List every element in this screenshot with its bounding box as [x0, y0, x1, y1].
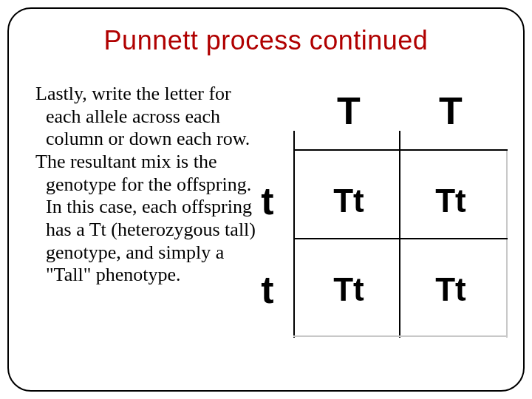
punnett-row-header-1: t [253, 179, 282, 223]
grid-vline [293, 131, 295, 338]
punnett-grid-lines [293, 149, 508, 338]
punnett-col-header-1: T [304, 89, 393, 133]
punnett-col-header-2: T [406, 89, 495, 133]
grid-hline [293, 149, 508, 151]
punnett-cell-1-2: Tt [406, 183, 495, 219]
punnett-cell-1-1: Tt [304, 183, 393, 219]
grid-hline [293, 335, 508, 337]
grid-vline [399, 131, 400, 338]
punnett-cell-2-2: Tt [406, 271, 495, 308]
grid-vline [506, 149, 508, 338]
body-paragraph-1: Lastly, write the letter for each allele… [28, 83, 265, 151]
body-text: Lastly, write the letter for each allele… [28, 83, 265, 287]
punnett-row-header-2: t [253, 267, 282, 312]
body-paragraph-2: The resultant mix is the genotype for th… [28, 151, 265, 287]
slide-title: Punnett process continued [9, 25, 523, 56]
grid-hline [293, 238, 508, 239]
slide-frame: Punnett process continued Lastly, write … [7, 7, 525, 392]
punnett-cell-2-1: Tt [304, 271, 393, 308]
